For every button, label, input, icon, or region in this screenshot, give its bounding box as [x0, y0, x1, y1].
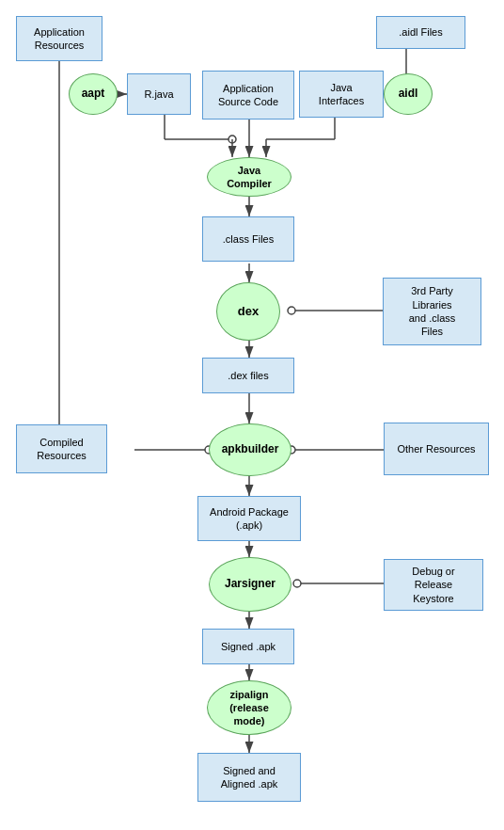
apkbuilder-oval: apkbuilder [209, 423, 291, 476]
android-package-box: Android Package(.apk) [197, 496, 301, 541]
jarsigner-oval: Jarsigner [209, 557, 291, 612]
debug-release-box: Debug orReleaseKeystore [384, 559, 483, 611]
dex-oval: dex [216, 282, 280, 341]
java-interfaces-box: JavaInterfaces [299, 71, 384, 118]
signed-aligned-box: Signed andAligned .apk [197, 753, 301, 802]
aidl-oval: aidl [384, 73, 433, 115]
other-resources-box: Other Resources [384, 423, 489, 475]
class-files-box: .class Files [202, 216, 294, 262]
svg-point-13 [228, 136, 236, 143]
svg-point-18 [288, 307, 295, 314]
app-source-box: ApplicationSource Code [202, 71, 294, 120]
app-resources-box: ApplicationResources [16, 16, 102, 61]
zipalign-oval: zipalign(releasemode) [207, 680, 291, 735]
r-java-box: R.java [127, 73, 191, 115]
aapt-oval: aapt [69, 73, 118, 115]
third-party-box: 3rd PartyLibrariesand .classFiles [383, 278, 481, 345]
aidl-files-box: .aidl Files [376, 16, 465, 49]
dex-files-box: .dex files [202, 358, 294, 393]
signed-apk-box: Signed .apk [202, 629, 294, 664]
svg-point-28 [293, 580, 301, 587]
java-compiler-oval: JavaCompiler [207, 157, 291, 197]
compiled-resources-box: CompiledResources [16, 424, 107, 473]
build-diagram: ApplicationResources .aidl Files aapt R.… [0, 0, 504, 830]
